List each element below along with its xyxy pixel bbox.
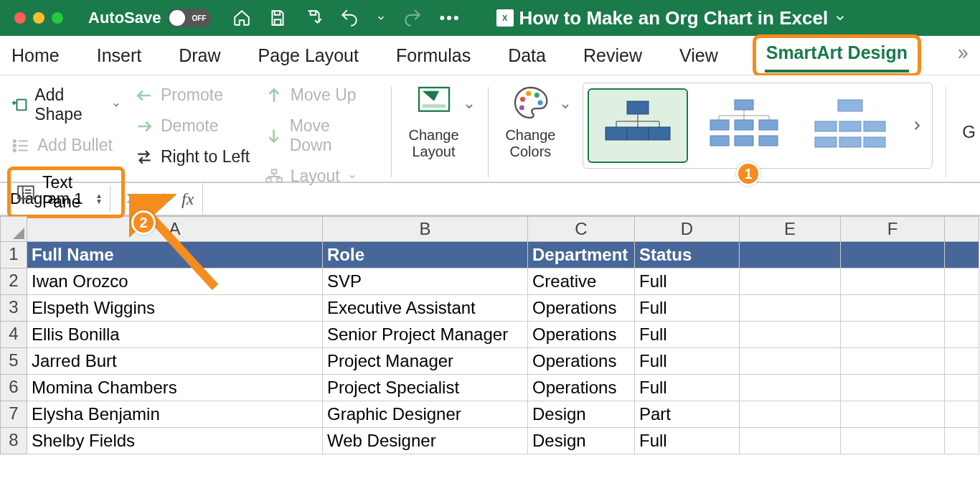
cell[interactable]: Graphic Designer [323,401,528,428]
chevron-down-icon[interactable] [560,97,571,116]
cell[interactable]: Operations [528,348,635,375]
cell[interactable] [841,295,945,322]
tab-page-layout[interactable]: Page Layout [255,39,362,72]
row-header[interactable]: 7 [0,401,27,428]
ribbon-tabs-overflow-icon[interactable] [953,45,971,65]
tab-insert[interactable]: Insert [94,39,145,72]
cell[interactable]: Shelby Fields [27,428,323,454]
save-icon[interactable] [268,9,287,27]
col-header-b[interactable]: B [323,216,528,242]
row-header[interactable]: 3 [0,295,27,322]
close-window[interactable] [14,12,26,24]
minimize-window[interactable] [33,12,44,24]
col-header-f[interactable]: F [841,216,945,242]
cell[interactable] [841,268,945,295]
cell[interactable] [841,322,945,348]
cell[interactable] [945,322,979,348]
row-header[interactable]: 5 [0,348,27,375]
cell[interactable] [841,375,945,401]
cell[interactable]: Elysha Benjamin [27,401,323,428]
add-shape-button[interactable]: Add Shape [7,83,125,127]
cell[interactable]: Part [635,401,740,428]
row-header[interactable]: 8 [0,428,27,454]
cell[interactable]: Web Designer [323,428,528,454]
maximize-window[interactable] [52,12,63,24]
cell[interactable]: Elspeth Wiggins [27,295,323,322]
row-header[interactable]: 4 [0,322,27,348]
gallery-item-3[interactable] [800,88,900,163]
select-all-corner[interactable] [0,216,27,242]
cell[interactable] [841,242,945,268]
cell[interactable] [841,401,945,428]
cell[interactable]: Full [635,322,740,348]
col-header-d[interactable]: D [635,216,740,242]
change-colors-button[interactable]: Change Colors [501,83,560,160]
col-header-e[interactable]: E [740,216,841,242]
cell[interactable] [945,375,979,401]
right-to-left-button[interactable]: Right to Left [131,144,255,169]
tab-formulas[interactable]: Formulas [393,39,473,72]
save-as-icon[interactable] [304,9,323,27]
title-dropdown-icon[interactable] [834,11,847,24]
cell[interactable]: Momina Chambers [27,375,323,401]
cell[interactable]: Full [635,375,740,401]
gallery-item-2[interactable] [694,88,794,163]
cell[interactable] [740,428,841,454]
chevron-down-icon[interactable] [463,97,475,116]
cell[interactable] [740,242,841,268]
cell[interactable] [945,242,979,268]
cell[interactable]: Role [323,242,528,268]
cell[interactable] [740,375,841,401]
cell[interactable]: Full [635,295,740,322]
cell[interactable]: Operations [528,295,635,322]
autosave-toggle[interactable]: OFF [168,9,211,27]
cell[interactable]: Status [635,242,740,268]
cell[interactable]: Executive Assistant [323,295,528,322]
cell[interactable]: Full [635,348,740,375]
tab-smartart-design[interactable]: SmartArt Design [763,37,910,68]
cell[interactable]: SVP [323,268,528,295]
undo-dropdown-icon[interactable] [376,9,386,27]
cell[interactable] [740,268,841,295]
cell[interactable] [740,295,841,322]
cell[interactable]: Senior Project Manager [323,322,528,348]
undo-icon[interactable] [340,9,359,27]
more-commands-icon[interactable]: ••• [439,9,460,27]
cell[interactable]: Creative [528,268,635,295]
cell[interactable] [945,348,979,375]
cell[interactable] [841,348,945,375]
cell[interactable]: Jarred Burt [27,348,323,375]
cell[interactable]: Project Specialist [323,375,528,401]
cell[interactable]: Project Manager [323,348,528,375]
cell[interactable] [740,322,841,348]
gallery-item-1[interactable] [588,88,688,163]
change-layout-button[interactable]: Change Layout [404,83,463,160]
cell[interactable]: Design [528,428,635,454]
col-header-c[interactable]: C [528,216,635,242]
cell[interactable]: Operations [528,322,635,348]
home-icon[interactable] [232,9,251,27]
row-header[interactable]: 6 [0,375,27,401]
cell[interactable] [945,401,979,428]
cell[interactable]: Full [635,428,740,454]
cell[interactable] [740,401,841,428]
cell[interactable]: Design [528,401,635,428]
tab-draw[interactable]: Draw [176,39,223,72]
gallery-next-icon[interactable] [906,117,928,134]
row-header[interactable]: 1 [0,242,27,268]
text-pane-label[interactable]: Text Pane [42,173,116,212]
cell[interactable]: Operations [528,375,635,401]
cell[interactable]: Department [528,242,635,268]
cell[interactable]: Ellis Bonilla [27,322,323,348]
cell[interactable] [945,295,979,322]
row-header[interactable]: 2 [0,268,27,295]
document-title[interactable]: How to Make an Org Chart in Excel [519,7,829,29]
cell[interactable] [945,268,979,295]
tab-view[interactable]: View [677,39,721,72]
tab-review[interactable]: Review [580,39,645,72]
cell[interactable] [945,428,979,454]
cell[interactable] [841,428,945,454]
cell[interactable]: Full [635,268,740,295]
tab-data[interactable]: Data [505,39,549,72]
tab-home[interactable]: Home [9,39,62,72]
